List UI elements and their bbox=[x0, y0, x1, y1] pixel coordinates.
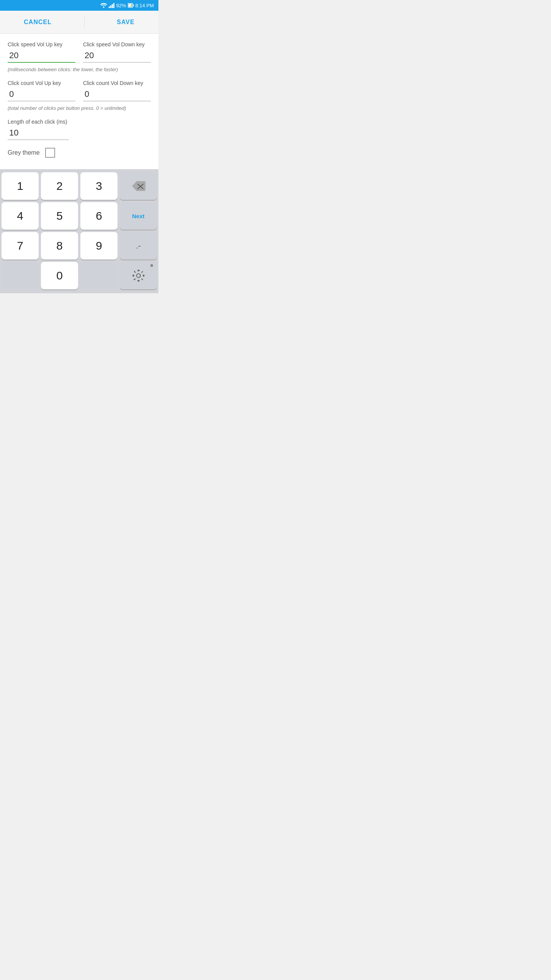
wifi-icon bbox=[100, 3, 107, 8]
click-count-row: Click count Vol Up key Click count Vol D… bbox=[8, 80, 151, 101]
key-empty-right bbox=[80, 262, 117, 289]
status-icons: 92% ⚡ 8:14 PM bbox=[100, 3, 154, 8]
svg-rect-3 bbox=[113, 3, 114, 8]
vol-up-speed-col: Click speed Vol Up key bbox=[8, 41, 75, 63]
key-delete[interactable] bbox=[120, 172, 157, 200]
grey-theme-row: Grey theme bbox=[8, 148, 151, 162]
grey-theme-checkbox[interactable] bbox=[45, 148, 55, 158]
count-hint: (total number of clicks per button press… bbox=[8, 105, 151, 111]
key-3[interactable]: 3 bbox=[80, 172, 117, 200]
key-7[interactable]: 7 bbox=[2, 232, 39, 260]
action-bar: CANCEL SAVE bbox=[0, 11, 158, 34]
cancel-button[interactable]: CANCEL bbox=[8, 15, 67, 29]
vol-down-speed-input[interactable] bbox=[83, 49, 151, 63]
key-0[interactable]: 0 bbox=[41, 262, 78, 289]
battery-text: 92% bbox=[116, 3, 126, 8]
keyboard-row-3: 7 8 9 .- bbox=[2, 232, 157, 260]
signal-icon bbox=[109, 3, 115, 8]
key-empty-left bbox=[2, 262, 39, 289]
delete-icon bbox=[132, 181, 145, 191]
settings-dot bbox=[150, 264, 153, 267]
form-area: Click speed Vol Up key Click speed Vol D… bbox=[0, 34, 158, 169]
gear-icon bbox=[132, 269, 145, 282]
key-settings[interactable] bbox=[120, 262, 157, 289]
svg-rect-5 bbox=[133, 5, 134, 7]
vol-down-count-input[interactable] bbox=[83, 88, 151, 101]
vol-up-count-input[interactable] bbox=[8, 88, 75, 101]
speed-hint: (milliseconds between clicks: the lower,… bbox=[8, 67, 151, 72]
key-9[interactable]: 9 bbox=[80, 232, 117, 260]
key-2[interactable]: 2 bbox=[41, 172, 78, 200]
click-length-input[interactable] bbox=[8, 126, 69, 140]
keyboard-row-1: 1 2 3 bbox=[2, 172, 157, 200]
keyboard-row-4: 0 bbox=[2, 262, 157, 289]
vol-down-speed-col: Click speed Vol Down key bbox=[83, 41, 151, 63]
vol-down-speed-label: Click speed Vol Down key bbox=[83, 41, 151, 47]
click-length-label: Length of each click (ms) bbox=[8, 119, 151, 125]
svg-rect-2 bbox=[112, 4, 113, 8]
vol-down-count-label: Click count Vol Down key bbox=[83, 80, 151, 86]
svg-rect-0 bbox=[109, 7, 110, 8]
keyboard-row-2: 4 5 6 Next bbox=[2, 202, 157, 230]
key-4[interactable]: 4 bbox=[2, 202, 39, 230]
key-8[interactable]: 8 bbox=[41, 232, 78, 260]
status-bar: 92% ⚡ 8:14 PM bbox=[0, 0, 158, 11]
click-length-row: Length of each click (ms) bbox=[8, 119, 151, 140]
time-text: 8:14 PM bbox=[135, 3, 154, 8]
vol-down-count-col: Click count Vol Down key bbox=[83, 80, 151, 101]
svg-text:⚡: ⚡ bbox=[130, 4, 133, 7]
key-dot-dash[interactable]: .- bbox=[120, 232, 157, 260]
vol-up-speed-label: Click speed Vol Up key bbox=[8, 41, 75, 47]
battery-icon: ⚡ bbox=[128, 3, 134, 8]
save-button[interactable]: SAVE bbox=[101, 15, 150, 29]
key-1[interactable]: 1 bbox=[2, 172, 39, 200]
key-next[interactable]: Next bbox=[120, 202, 157, 230]
keyboard: 1 2 3 4 5 6 Next 7 8 9 .- 0 bbox=[0, 169, 158, 293]
action-divider bbox=[84, 16, 85, 28]
svg-rect-1 bbox=[110, 5, 111, 8]
vol-up-count-label: Click count Vol Up key bbox=[8, 80, 75, 86]
click-speed-row: Click speed Vol Up key Click speed Vol D… bbox=[8, 41, 151, 63]
vol-up-speed-input[interactable] bbox=[8, 49, 75, 63]
key-6[interactable]: 6 bbox=[80, 202, 117, 230]
key-5[interactable]: 5 bbox=[41, 202, 78, 230]
svg-point-10 bbox=[137, 274, 140, 278]
vol-up-count-col: Click count Vol Up key bbox=[8, 80, 75, 101]
grey-theme-label: Grey theme bbox=[8, 149, 40, 156]
